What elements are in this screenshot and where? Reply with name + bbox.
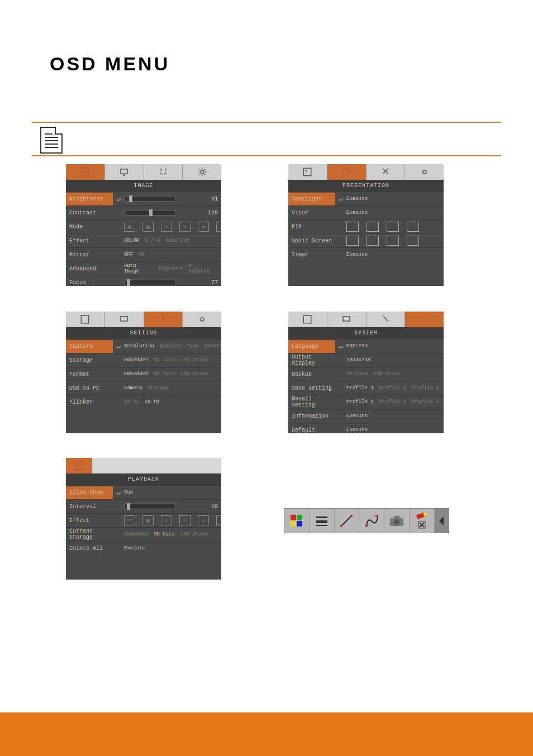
tab-setting[interactable] [367, 312, 406, 327]
osd-panel-setting: SETTING Capture ↵ Resolution Quality Typ… [66, 312, 221, 433]
tab-setting[interactable] [144, 312, 183, 327]
focus-slider[interactable] [124, 280, 175, 285]
svg-point-3 [201, 170, 204, 174]
row-split[interactable]: Split Screen [288, 233, 444, 247]
row-language[interactable]: Language ↵ ENGLISH [288, 339, 444, 353]
panel-title: SETTING [66, 327, 221, 339]
row-current-storage[interactable]: Current Storage Embedded SD Card USB Dri… [66, 527, 221, 541]
color-swatch-button[interactable] [284, 509, 310, 533]
tab-image[interactable] [66, 312, 105, 327]
svg-rect-18 [297, 521, 302, 527]
line-weight-button[interactable] [310, 509, 335, 533]
row-mirror[interactable]: Mirror OFF ON [66, 247, 221, 261]
row-save-setting[interactable]: Save setting Profile 1 Profile 2 Profile… [288, 381, 444, 395]
svg-point-10 [201, 318, 204, 321]
row-information[interactable]: Information Execute [288, 409, 444, 423]
mode-doc-icon[interactable]: ▤ [124, 222, 135, 232]
row-storage[interactable]: Storage Embedded SD Card USB Drive [66, 353, 221, 367]
tab-system[interactable] [183, 164, 221, 180]
page-footer [0, 712, 533, 756]
split-options[interactable] [346, 236, 440, 246]
svg-rect-20 [316, 520, 327, 523]
row-capture[interactable]: Capture ↵ Resolution Quality Type Interv… [66, 339, 221, 353]
effect-expand-icon[interactable]: ⇔ [216, 515, 221, 525]
tab-presentation[interactable] [105, 164, 144, 180]
row-mode[interactable]: Mode ▤ ▦ ⚡ ✎ ✱ ✦ [66, 219, 221, 233]
contrast-slider[interactable] [124, 210, 175, 216]
svg-rect-28 [394, 516, 399, 519]
row-spotlight[interactable]: Spotlight ↵ Execute [288, 192, 444, 205]
tab-presentation[interactable] [105, 312, 144, 327]
line-tool-button[interactable] [335, 509, 360, 533]
tab-playback[interactable] [66, 458, 92, 473]
tab-presentation[interactable] [327, 164, 367, 180]
mode-photo-icon[interactable]: ▦ [142, 222, 154, 232]
row-contrast[interactable]: Contrast 128 [66, 205, 221, 219]
row-interval[interactable]: Interval 10 [66, 499, 221, 513]
svg-rect-11 [304, 315, 312, 323]
interval-slider[interactable] [124, 504, 175, 509]
tab-image[interactable] [66, 164, 105, 180]
row-pip[interactable]: PIP [288, 219, 444, 233]
eraser-button[interactable] [410, 509, 435, 533]
row-timer[interactable]: Timer Execute [288, 247, 444, 261]
mode-star-icon[interactable]: ✦ [216, 222, 221, 232]
svg-rect-21 [316, 525, 327, 526]
row-advanced[interactable]: Advanced Auto Image Exposure W. Balance [66, 261, 221, 275]
svg-rect-2 [121, 169, 127, 174]
row-effect[interactable]: Effect ▪▪ ▦ ⇩ ⇨ ⇕ ⇔ [66, 513, 221, 527]
row-effect[interactable]: Effect COLOR B / W NEGATIVE [66, 233, 221, 247]
row-slideshow[interactable]: Slide Show ↵ Run [66, 485, 221, 499]
osd-panel-presentation: PRESENTATION Spotlight ↵ Execute Visor E… [288, 164, 444, 286]
tab-image[interactable] [288, 164, 327, 180]
row-flicker[interactable]: Flicker 50 Hz 60 Hz [66, 395, 221, 409]
tab-image[interactable] [288, 312, 327, 327]
row-backup[interactable]: Backup SD Card USB Drive [288, 367, 444, 381]
effect-grid-icon[interactable]: ▦ [142, 515, 154, 525]
svg-rect-9 [121, 317, 127, 321]
svg-point-1 [83, 170, 85, 171]
document-icon [40, 127, 63, 154]
row-recall-setting[interactable]: Recall setting Profile 1 Profile 2 Profi… [288, 395, 444, 409]
effect-icons[interactable]: ▪▪ ▦ ⇩ ⇨ ⇕ ⇔ [124, 515, 221, 525]
mode-micro-icon[interactable]: ✎ [179, 222, 191, 232]
svg-rect-23 [340, 525, 342, 527]
row-delete-all[interactable]: Delete All Execute [66, 541, 221, 555]
osd-panel-image: IMAGE Brightness ↵ 31 Contrast 128 Mode … [66, 164, 221, 286]
tab-setting[interactable] [367, 164, 406, 180]
divider-top [32, 122, 501, 123]
panel-title: SYSTEM [288, 327, 444, 339]
pip-options[interactable] [346, 222, 440, 232]
mode-gear-icon[interactable]: ✱ [198, 222, 209, 232]
close-icon [418, 521, 426, 529]
panel-title: PRESENTATION [288, 180, 444, 192]
collapse-button[interactable] [435, 509, 449, 533]
tab-system[interactable] [405, 312, 444, 327]
effect-down-icon[interactable]: ⇩ [161, 515, 172, 525]
page-title: OSD MENU [50, 53, 170, 75]
divider-bottom [32, 155, 501, 156]
effect-bars-icon[interactable]: ▪▪ [124, 515, 135, 525]
effect-split-icon[interactable]: ⇕ [198, 515, 209, 525]
row-format[interactable]: Format Embedded SD Card USB Drive [66, 367, 221, 381]
svg-rect-15 [291, 515, 296, 520]
row-focus[interactable]: Focus 77 [66, 275, 221, 286]
effect-right-icon[interactable]: ⇨ [179, 515, 191, 525]
svg-point-7 [423, 170, 426, 174]
row-brightness[interactable]: Brightness ↵ 31 [66, 192, 221, 205]
brightness-slider[interactable] [124, 196, 175, 202]
row-usb-to-pc[interactable]: USB to PC Camera Storage [66, 381, 221, 395]
tab-setting[interactable] [144, 164, 183, 180]
row-visor[interactable]: Visor Execute [288, 205, 444, 219]
curve-tool-button[interactable] [359, 509, 384, 533]
enter-icon: ↵ [113, 195, 124, 203]
tab-system[interactable] [183, 312, 221, 327]
camera-button[interactable] [384, 509, 410, 533]
mode-motion-icon[interactable]: ⚡ [161, 222, 172, 232]
mode-icons[interactable]: ▤ ▦ ⚡ ✎ ✱ ✦ [124, 222, 221, 232]
row-output-display[interactable]: Output display 1024x768 [288, 353, 444, 367]
tab-system[interactable] [405, 164, 444, 180]
tab-presentation[interactable] [327, 312, 367, 327]
row-default[interactable]: Default Execute [288, 423, 444, 433]
svg-point-13 [423, 318, 426, 321]
